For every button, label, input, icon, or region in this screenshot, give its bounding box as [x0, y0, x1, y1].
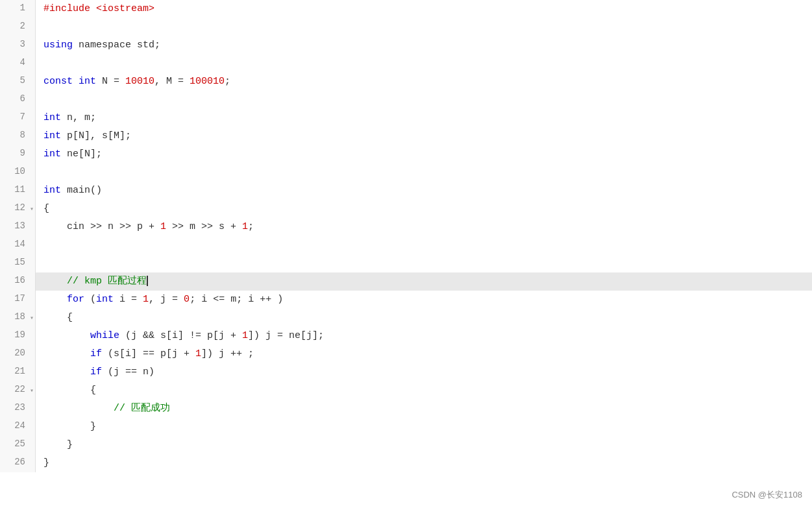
- line-number: 15: [0, 254, 36, 272]
- code-content: {: [36, 309, 812, 327]
- token: 0: [184, 294, 190, 305]
- code-content: cin >> n >> p + 1 >> m >> s + 1;: [36, 218, 812, 236]
- token: , M =: [154, 76, 190, 87]
- code-line: 2: [0, 18, 812, 36]
- line-number: 11: [0, 182, 36, 200]
- code-line: 8int p[N], s[M];: [0, 127, 812, 145]
- line-number: 21: [0, 363, 36, 381]
- fold-indicator[interactable]: ▾: [30, 205, 34, 213]
- code-line: 24 }: [0, 418, 812, 436]
- code-line: 7int n, m;: [0, 109, 812, 127]
- token: int: [43, 112, 61, 123]
- code-line: 9int ne[N];: [0, 145, 812, 163]
- token: std: [137, 40, 154, 51]
- token: ;: [248, 221, 254, 232]
- token: [43, 367, 90, 378]
- line-number: 3: [0, 36, 36, 54]
- token: ]) j = ne[j];: [248, 330, 324, 341]
- fold-indicator[interactable]: ▾: [30, 314, 34, 322]
- token: if: [90, 348, 102, 359]
- line-number: 9: [0, 145, 36, 163]
- code-content: [36, 163, 812, 182]
- code-content: using namespace std;: [36, 36, 812, 54]
- code-content: if (j == n): [36, 363, 812, 381]
- code-area: 1#include <iostream>23using namespace st…: [0, 0, 812, 472]
- token: 10010: [125, 76, 154, 87]
- code-content: int main(): [36, 182, 812, 200]
- code-content: const int N = 10010, M = 100010;: [36, 73, 812, 91]
- code-content: }: [36, 418, 812, 436]
- token: [43, 294, 67, 305]
- token: i =: [114, 294, 143, 305]
- code-line: 19 while (j && s[i] != p[j + 1]) j = ne[…: [0, 327, 812, 345]
- code-line: 3using namespace std;: [0, 36, 812, 54]
- fold-indicator[interactable]: ▾: [30, 387, 34, 394]
- code-line: 16 // kmp 匹配过程: [0, 272, 812, 291]
- code-content: // kmp 匹配过程: [36, 272, 812, 291]
- code-content: #include <iostream>: [36, 0, 812, 18]
- token: N =: [96, 76, 125, 87]
- line-number: 26: [0, 454, 36, 472]
- code-line: 6: [0, 91, 812, 109]
- code-content: [36, 91, 812, 109]
- code-line: 20 if (s[i] == p[j + 1]) j ++ ;: [0, 345, 812, 363]
- code-line: 18▾ {: [0, 309, 812, 327]
- token: }: [43, 439, 73, 450]
- code-line: 25 }: [0, 436, 812, 454]
- code-content: // 匹配成功: [36, 400, 812, 418]
- code-content: {: [36, 200, 812, 218]
- token: 100010: [190, 76, 225, 87]
- token: [43, 276, 67, 287]
- code-content: int p[N], s[M];: [36, 127, 812, 145]
- code-editor: 1#include <iostream>23using namespace st…: [0, 0, 812, 506]
- code-line: 12▾{: [0, 200, 812, 218]
- line-number: 22▾: [0, 381, 36, 400]
- token: const: [43, 76, 73, 87]
- code-content: [36, 254, 812, 272]
- code-line: 10: [0, 163, 812, 182]
- code-line: 11int main(): [0, 182, 812, 200]
- code-line: 14: [0, 236, 812, 254]
- line-number: 24: [0, 418, 36, 436]
- code-line: 13 cin >> n >> p + 1 >> m >> s + 1;: [0, 218, 812, 236]
- token: n, m;: [61, 112, 96, 123]
- code-content: [36, 236, 812, 254]
- token: [73, 76, 79, 87]
- line-number: 12▾: [0, 200, 36, 218]
- line-number: 8: [0, 127, 36, 145]
- token: {: [43, 385, 96, 396]
- token: while: [90, 330, 119, 341]
- text-cursor: [147, 276, 148, 286]
- token: ]) j ++ ;: [201, 348, 254, 359]
- line-number: 14: [0, 236, 36, 254]
- code-line: 26}: [0, 454, 812, 472]
- code-content: [36, 18, 812, 36]
- line-number: 4: [0, 54, 36, 73]
- token: int: [43, 149, 61, 160]
- line-number: 25: [0, 436, 36, 454]
- line-number: 19: [0, 327, 36, 345]
- token: namespace: [73, 40, 137, 51]
- token: }: [43, 457, 49, 468]
- token: >> m >> s +: [166, 221, 242, 232]
- code-line: 17 for (int i = 1, j = 0; i <= m; i ++ ): [0, 291, 812, 309]
- token: (j == n): [102, 367, 154, 378]
- watermark: CSDN @长安1108: [732, 489, 802, 501]
- code-line: 21 if (j == n): [0, 363, 812, 381]
- token: {: [43, 312, 73, 323]
- line-number: 17: [0, 291, 36, 309]
- token: p[N], s[M];: [61, 130, 131, 141]
- token: 1: [143, 294, 149, 305]
- token: [43, 403, 114, 414]
- line-number: 18▾: [0, 309, 36, 327]
- token: 1: [195, 348, 201, 359]
- token: // kmp 匹配过程: [67, 276, 147, 287]
- token: main(): [61, 185, 102, 196]
- token: [43, 330, 90, 341]
- token: // 匹配成功: [114, 403, 170, 414]
- line-number: 5: [0, 73, 36, 91]
- code-content: }: [36, 436, 812, 454]
- line-number: 10: [0, 163, 36, 182]
- code-line: 22▾ {: [0, 381, 812, 400]
- token: (j && s[i] != p[j +: [119, 330, 242, 341]
